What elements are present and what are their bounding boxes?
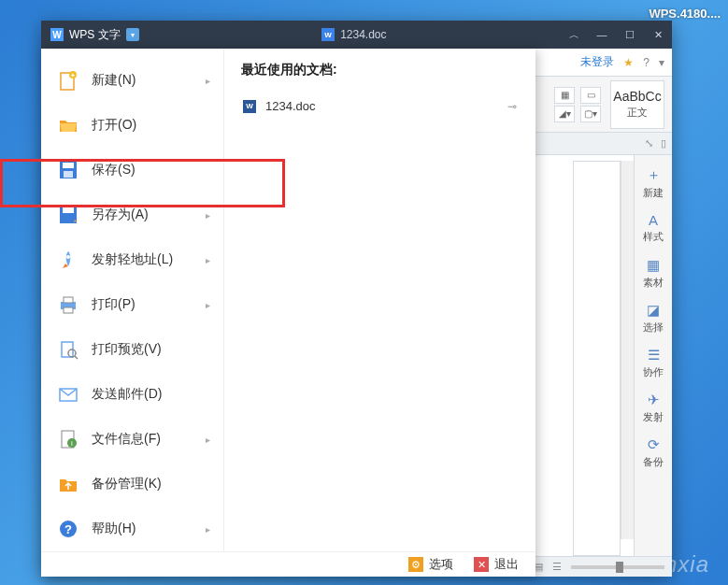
login-link[interactable]: 未登录 (580, 54, 614, 70)
document-canvas[interactable] (573, 161, 621, 556)
style-preview: AaBbCc (613, 89, 661, 104)
submenu-arrow-icon: ▸ (206, 300, 210, 310)
submenu-arrow-icon: ▸ (206, 524, 210, 535)
titlebar: W WPS 文字 ▾ W 1234.doc ︿ — ☐ ✕ (41, 21, 672, 49)
launch-icon: ✈ (648, 392, 660, 408)
backup-folder-icon (58, 474, 79, 494)
watermark-top: WPS.4180.... (649, 7, 721, 21)
qat-expand-icon[interactable]: ⤡ (645, 137, 653, 150)
qat-layout-icon[interactable]: ▯ (661, 137, 666, 150)
style-normal[interactable]: AaBbCc 正文 (610, 80, 664, 129)
options-icon: ⚙ (408, 557, 423, 572)
ribbon-help-icon[interactable]: ? (643, 56, 649, 69)
menu-open[interactable]: 打开(O) (41, 103, 223, 148)
select-icon: ◪ (647, 302, 660, 319)
word-doc-icon: W (243, 100, 256, 113)
favorite-icon[interactable]: ★ (623, 56, 634, 69)
menu-print-preview[interactable]: 打印预览(V) (41, 327, 223, 372)
svg-rect-11 (64, 307, 73, 313)
side-assets[interactable]: ▦素材 (637, 252, 669, 293)
printer-icon (58, 294, 79, 315)
mail-icon (58, 384, 79, 405)
svg-text:i: i (71, 439, 73, 448)
app-window: W WPS 文字 ▾ W 1234.doc ︿ — ☐ ✕ 未登录 ★ ? ▾ … (41, 21, 672, 577)
assets-icon: ▦ (647, 257, 660, 274)
side-style[interactable]: A样式 (637, 207, 669, 249)
document-icon: W (321, 28, 335, 41)
menu-backup[interactable]: 备份管理(K) (41, 462, 223, 507)
file-menu-list: ✦ 新建(N) ▸ 打开(O) 保存(S) 另存为(A) ▸ (41, 49, 224, 551)
submenu-arrow-icon: ▸ (206, 210, 210, 221)
menu-help[interactable]: ? 帮助(H) ▸ (41, 507, 223, 551)
side-launch[interactable]: ✈发射 (637, 387, 669, 428)
backup-icon: ⟳ (648, 436, 660, 453)
svg-rect-4 (63, 163, 74, 168)
side-select[interactable]: ◪选择 (637, 297, 669, 338)
minimize-button[interactable]: — (588, 21, 616, 49)
new-file-icon: ✦ (58, 70, 79, 91)
svg-rect-5 (64, 171, 73, 178)
document-title: 1234.doc (340, 28, 386, 41)
ribbon-chevron-icon[interactable]: ▾ (659, 56, 664, 69)
open-folder-icon (58, 115, 79, 136)
side-collab[interactable]: ☰协作 (637, 342, 669, 383)
view-outline-icon[interactable]: ☰ (552, 561, 562, 573)
saveas-disk-icon (58, 205, 79, 225)
help-icon: ? (58, 519, 79, 539)
style-label: 正文 (627, 106, 648, 120)
menu-send-mail[interactable]: 发送邮件(D) (41, 372, 223, 417)
new-icon: ＋ (647, 166, 661, 184)
menu-print[interactable]: 打印(P) ▸ (41, 282, 223, 327)
title-center: W 1234.doc (149, 28, 560, 41)
recent-doc-item[interactable]: W 1234.doc ⊸ (241, 93, 519, 119)
window-controls: ︿ — ☐ ✕ (560, 21, 672, 49)
side-new[interactable]: ＋新建 (637, 163, 669, 204)
recent-doc-name: 1234.doc (265, 99, 316, 113)
app-name: WPS 文字 (69, 27, 121, 43)
submenu-arrow-icon: ▸ (206, 76, 210, 86)
print-preview-icon (58, 339, 79, 360)
highlight-tool-icon[interactable]: ◢▾ (554, 106, 575, 122)
vertical-scrollbar[interactable] (621, 161, 635, 539)
file-menu-footer: ⚙ 选项 ✕ 退出 (41, 551, 535, 577)
rocket-icon (58, 250, 79, 270)
save-disk-icon (58, 160, 79, 180)
svg-text:?: ? (64, 522, 72, 536)
exit-button[interactable]: ✕ 退出 (474, 556, 519, 573)
info-icon: i (58, 429, 79, 449)
zoom-slider[interactable] (571, 565, 664, 569)
pin-icon[interactable]: ⊸ (507, 100, 517, 113)
svg-line-14 (75, 356, 78, 359)
submenu-arrow-icon: ▸ (206, 435, 210, 445)
exit-icon: ✕ (474, 557, 489, 572)
menu-file-info[interactable]: i 文件信息(F) ▸ (41, 417, 223, 462)
wps-logo-icon: W (50, 28, 64, 41)
recent-header: 最近使用的文档: (241, 62, 519, 78)
file-menu: ✦ 新建(N) ▸ 打开(O) 保存(S) 另存为(A) ▸ (41, 49, 535, 577)
recent-panel: 最近使用的文档: W 1234.doc ⊸ (224, 49, 535, 551)
table-tool-icon[interactable]: ▦ (554, 87, 575, 104)
side-backup[interactable]: ⟳备份 (637, 432, 669, 473)
menu-saveas[interactable]: 另存为(A) ▸ (41, 193, 223, 237)
options-button[interactable]: ⚙ 选项 (408, 556, 453, 573)
svg-text:✦: ✦ (70, 72, 76, 78)
menu-launch-url[interactable]: 发射轻地址(L) ▸ (41, 237, 223, 282)
side-panel: ＋新建 A样式 ▦素材 ◪选择 ☰协作 ✈发射 ⟳备份 (634, 155, 672, 556)
style-icon: A (649, 212, 658, 228)
wps-dropdown-icon: ▾ (126, 28, 139, 41)
svg-rect-7 (63, 207, 74, 213)
close-button[interactable]: ✕ (644, 21, 672, 49)
maximize-button[interactable]: ☐ (616, 21, 644, 49)
menu-new[interactable]: ✦ 新建(N) ▸ (41, 58, 223, 103)
submenu-arrow-icon: ▸ (206, 255, 210, 265)
svg-point-8 (66, 255, 70, 259)
collab-icon: ☰ (648, 347, 660, 364)
zoom-thumb[interactable] (616, 562, 623, 573)
menu-save[interactable]: 保存(S) (41, 148, 223, 193)
wps-menu-button[interactable]: W WPS 文字 ▾ (41, 21, 149, 49)
border-tool-icon[interactable]: ▢▾ (580, 106, 601, 122)
svg-rect-10 (64, 297, 73, 303)
image-tool-icon[interactable]: ▭ (580, 87, 601, 104)
ribbon-collapse-button[interactable]: ︿ (560, 21, 588, 49)
